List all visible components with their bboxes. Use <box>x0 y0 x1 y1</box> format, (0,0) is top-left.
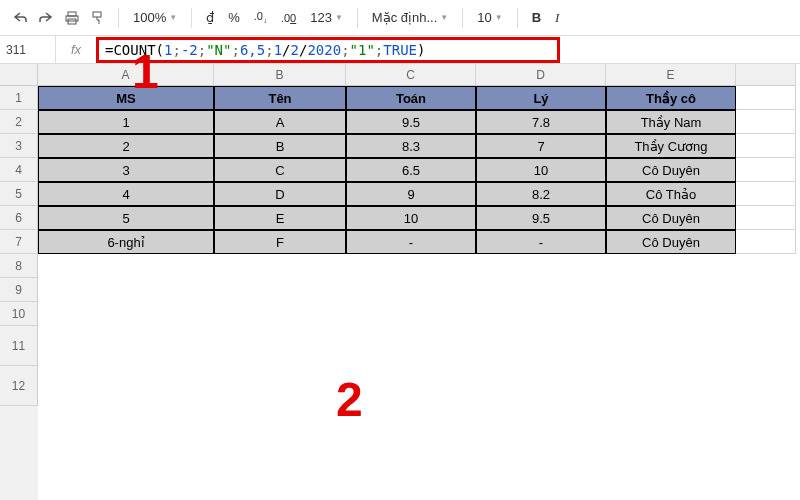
cell-D2[interactable]: 7.8 <box>476 110 606 134</box>
print-icon[interactable] <box>60 6 84 30</box>
row-header-7[interactable]: 7 <box>0 230 38 254</box>
cell-E7[interactable]: Cô Duyên <box>606 230 736 254</box>
cell-E2[interactable]: Thầy Nam <box>606 110 736 134</box>
cell-F4[interactable] <box>736 158 796 182</box>
row-header-2[interactable]: 2 <box>0 110 38 134</box>
cell-E3[interactable]: Thầy Cương <box>606 134 736 158</box>
currency-button[interactable]: ₫ <box>200 10 220 25</box>
spreadsheet: 123456789101112 ABCDE MSTênToánLýThầy cô… <box>0 64 800 500</box>
cell-B4[interactable]: C <box>214 158 346 182</box>
number-format-dropdown[interactable]: 123▼ <box>304 10 349 25</box>
row-header-6[interactable]: 6 <box>0 206 38 230</box>
cell-D7[interactable]: - <box>476 230 606 254</box>
row-headers: 123456789101112 <box>0 64 38 500</box>
font-size-dropdown[interactable]: 10▼ <box>471 10 508 25</box>
svg-rect-0 <box>68 12 76 16</box>
cell-B5[interactable]: D <box>214 182 346 206</box>
row-header-3[interactable]: 3 <box>0 134 38 158</box>
row-header-5[interactable]: 5 <box>0 182 38 206</box>
cell-A7[interactable]: 6-nghỉ <box>38 230 214 254</box>
cell-E5[interactable]: Cô Thảo <box>606 182 736 206</box>
zoom-dropdown[interactable]: 100%▼ <box>127 10 183 25</box>
cell-D5[interactable]: 8.2 <box>476 182 606 206</box>
row-header-12[interactable]: 12 <box>0 366 38 406</box>
row-header-11[interactable]: 11 <box>0 326 38 366</box>
col-header-C[interactable]: C <box>346 64 476 86</box>
cell-C6[interactable]: 10 <box>346 206 476 230</box>
cell-D1[interactable]: Lý <box>476 86 606 110</box>
bold-button[interactable]: B <box>526 10 547 25</box>
row-header-10[interactable]: 10 <box>0 302 38 326</box>
cell-C3[interactable]: 8.3 <box>346 134 476 158</box>
formula-bar: 311 fx =COUNT(1;-2;"N";6,5;1/2/2020;"1";… <box>0 36 800 64</box>
cell-C5[interactable]: 9 <box>346 182 476 206</box>
cell-A1[interactable]: MS <box>38 86 214 110</box>
cell-F7[interactable] <box>736 230 796 254</box>
row-header-1[interactable]: 1 <box>0 86 38 110</box>
formula-input[interactable]: =COUNT(1;-2;"N";6,5;1/2/2020;"1";TRUE) <box>96 37 560 63</box>
grid-body[interactable]: MSTênToánLýThầy cô1A9.57.8Thầy Nam2B8.37… <box>38 86 800 254</box>
cell-A4[interactable]: 3 <box>38 158 214 182</box>
select-all-corner[interactable] <box>0 64 38 86</box>
cell-E6[interactable]: Cô Duyên <box>606 206 736 230</box>
redo-icon[interactable] <box>34 6 58 30</box>
cell-A6[interactable]: 5 <box>38 206 214 230</box>
row-header-9[interactable]: 9 <box>0 278 38 302</box>
increase-decimal-button[interactable]: .00 <box>275 12 302 24</box>
cell-C2[interactable]: 9.5 <box>346 110 476 134</box>
cell-F1[interactable] <box>736 86 796 110</box>
cell-D4[interactable]: 10 <box>476 158 606 182</box>
cell-D3[interactable]: 7 <box>476 134 606 158</box>
cell-F2[interactable] <box>736 110 796 134</box>
row-header-8[interactable]: 8 <box>0 254 38 278</box>
cell-F5[interactable] <box>736 182 796 206</box>
decrease-decimal-button[interactable]: .0↓ <box>248 10 273 25</box>
col-header-A[interactable]: A <box>38 64 214 86</box>
col-header-D[interactable]: D <box>476 64 606 86</box>
name-box[interactable]: 311 <box>0 36 56 63</box>
undo-icon[interactable] <box>8 6 32 30</box>
cell-F3[interactable] <box>736 134 796 158</box>
percent-button[interactable]: % <box>222 10 246 25</box>
col-header-E[interactable]: E <box>606 64 736 86</box>
cell-E4[interactable]: Cô Duyên <box>606 158 736 182</box>
cell-B1[interactable]: Tên <box>214 86 346 110</box>
italic-button[interactable]: I <box>549 10 565 26</box>
svg-rect-3 <box>93 12 101 17</box>
cell-C4[interactable]: 6.5 <box>346 158 476 182</box>
cell-D6[interactable]: 9.5 <box>476 206 606 230</box>
cell-F6[interactable] <box>736 206 796 230</box>
cell-C1[interactable]: Toán <box>346 86 476 110</box>
cell-B2[interactable]: A <box>214 110 346 134</box>
cell-B3[interactable]: B <box>214 134 346 158</box>
font-dropdown[interactable]: Mặc định...▼ <box>366 10 454 25</box>
cell-A3[interactable]: 2 <box>38 134 214 158</box>
paint-format-icon[interactable] <box>86 6 110 30</box>
row-header-4[interactable]: 4 <box>0 158 38 182</box>
cell-C7[interactable]: - <box>346 230 476 254</box>
toolbar: 100%▼ ₫ % .0↓ .00 123▼ Mặc định...▼ 10▼ … <box>0 0 800 36</box>
col-header-F[interactable] <box>736 64 796 86</box>
fx-icon: fx <box>56 42 96 57</box>
col-header-B[interactable]: B <box>214 64 346 86</box>
cell-B7[interactable]: F <box>214 230 346 254</box>
cell-A2[interactable]: 1 <box>38 110 214 134</box>
cell-E1[interactable]: Thầy cô <box>606 86 736 110</box>
cell-B6[interactable]: E <box>214 206 346 230</box>
cell-A5[interactable]: 4 <box>38 182 214 206</box>
column-headers: ABCDE <box>38 64 800 86</box>
